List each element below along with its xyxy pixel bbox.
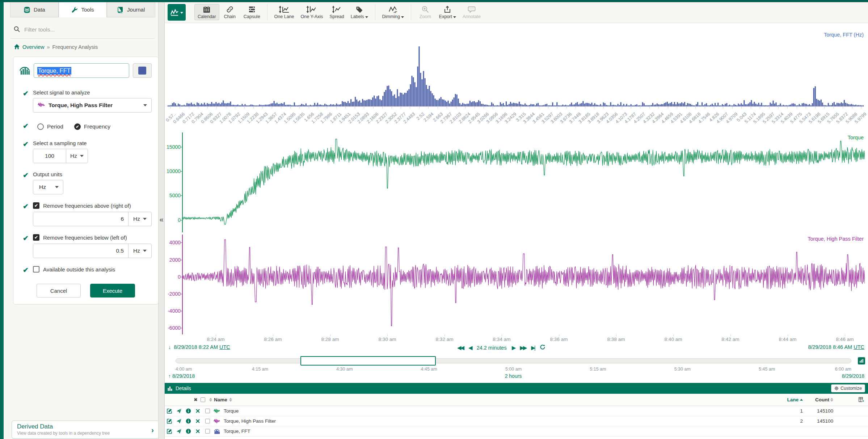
range-end[interactable]: 8/29/2018 8:46 AM UTC [808, 344, 864, 350]
color-swatch-button[interactable] [133, 63, 152, 78]
timeline-date-left[interactable]: ↑ 8/29/2018 [168, 373, 195, 379]
available-outside-checkbox[interactable] [33, 266, 39, 273]
timeline-date-right[interactable]: 8/29/2018 [842, 373, 864, 379]
radio-period-circle[interactable] [37, 123, 44, 130]
sampling-unit-select[interactable]: Hz [66, 149, 88, 163]
view-mode-button[interactable] [168, 4, 186, 21]
execute-button[interactable]: Execute [90, 284, 135, 297]
row-name[interactable]: Torque [224, 408, 785, 414]
timeline-selection-window[interactable] [300, 356, 435, 366]
derived-data-title: Derived Data [17, 423, 154, 430]
range-start[interactable]: 8/29/2018 8:22 AM UTC [174, 344, 230, 350]
table-row[interactable]: Torque, High Pass Filter2145100 [165, 416, 868, 426]
fft-tick [318, 107, 318, 109]
toolbar-spread-button[interactable]: Spread [326, 4, 347, 20]
info-icon[interactable] [184, 408, 193, 414]
sort-icon[interactable] [830, 398, 833, 402]
row-checkbox[interactable] [205, 409, 210, 413]
row-checkbox[interactable] [205, 429, 210, 434]
hpf-y-tick [181, 311, 182, 311]
sort-icon[interactable] [209, 398, 212, 402]
toolbar-export-button[interactable]: Export [436, 4, 459, 20]
cancel-button[interactable]: Cancel [37, 284, 81, 297]
signal-select[interactable]: Torque, High Pass Filter [33, 98, 152, 113]
timezone-link[interactable]: UTC [219, 344, 230, 350]
plane-icon[interactable] [174, 429, 184, 434]
plane-icon[interactable] [174, 408, 184, 414]
remove-below-checkbox[interactable]: ✔ [33, 234, 39, 241]
sampling-rate-input[interactable] [33, 149, 66, 163]
step-check-icon: ✔ [23, 235, 29, 258]
fft-tick [548, 107, 548, 109]
result-name-input[interactable]: Torque, FFT [34, 63, 129, 78]
column-header-name[interactable]: Name [214, 397, 227, 402]
remove-above-checkbox[interactable]: ✔ [33, 202, 39, 209]
derived-data-panel[interactable]: Derived Data View data created by tools … [12, 421, 159, 439]
home-icon[interactable] [14, 44, 20, 51]
bulk-select-checkbox[interactable] [201, 397, 205, 402]
timezone-link[interactable]: UTC [854, 344, 864, 350]
info-icon[interactable] [184, 429, 193, 434]
row-name[interactable]: Torque, High Pass Filter [224, 418, 785, 424]
radio-frequency[interactable]: ✔ Frequency [74, 123, 110, 130]
fft-tick [475, 107, 475, 109]
refresh-icon[interactable] [540, 344, 545, 351]
fft-bar-chart[interactable] [168, 26, 864, 106]
table-row[interactable]: Torque, FFT [165, 426, 868, 436]
bulk-remove-icon[interactable]: ✖ [194, 397, 198, 402]
step-forward-fast-icon[interactable]: ▶▶ [520, 345, 526, 351]
toolbar-one-lane-button[interactable]: One Lane [271, 4, 298, 20]
customize-button[interactable]: Customize [831, 384, 865, 392]
arrow-down-icon[interactable]: ↓ [168, 344, 171, 350]
table-row[interactable]: Torque1145100 [165, 406, 868, 416]
step-back-icon[interactable]: ◀ [468, 345, 472, 351]
tab-tools[interactable]: Tools [59, 2, 107, 17]
edit-icon[interactable] [165, 408, 174, 414]
remove-below-input[interactable] [33, 244, 128, 258]
x-icon[interactable] [193, 429, 202, 434]
tab-journal[interactable]: Journal [107, 2, 155, 17]
edit-icon[interactable] [165, 418, 174, 424]
add-column-icon[interactable] [859, 397, 864, 402]
remove-above-input[interactable] [33, 212, 128, 226]
radio-frequency-circle[interactable]: ✔ [74, 123, 81, 130]
fft-tick [576, 107, 576, 109]
toolbar-one-y-axis-button[interactable]: One Y-Axis [298, 4, 326, 20]
x-icon[interactable] [193, 409, 202, 413]
step-back-fast-icon[interactable]: ◀◀ [457, 345, 463, 351]
toolbar-labels-button[interactable]: Labels [347, 4, 371, 20]
toolbar-capsule-button[interactable]: Capsule [240, 4, 264, 20]
fft-tick [686, 107, 687, 109]
filter-tools-search[interactable] [14, 23, 151, 36]
sort-icon[interactable] [229, 398, 232, 402]
range-duration[interactable]: 24.2 minutes [477, 345, 507, 351]
column-header-count[interactable]: Count [815, 397, 829, 402]
row-checkbox[interactable] [205, 419, 210, 423]
breadcrumb-overview-link[interactable]: Overview [22, 44, 44, 50]
edit-icon[interactable] [165, 429, 174, 434]
x-icon[interactable] [193, 419, 202, 423]
row-name[interactable]: Torque, FFT [224, 429, 785, 434]
step-forward-icon[interactable]: ▶ [512, 345, 515, 351]
timeline-track[interactable] [176, 358, 851, 363]
info-icon[interactable] [184, 418, 193, 424]
fft-chart-title: Torque, FFT (Hz) [824, 32, 864, 38]
radio-period[interactable]: Period [37, 123, 63, 130]
remove-above-unit-select[interactable]: Hz [128, 212, 151, 226]
collapse-sidebar-icon[interactable]: « [158, 0, 165, 439]
filter-tools-input[interactable] [24, 26, 151, 33]
column-header-lane[interactable]: Lane [787, 397, 799, 402]
tab-data[interactable]: Data [10, 2, 59, 17]
torque-line-chart[interactable] [183, 132, 865, 232]
toolbar-dimming-button[interactable]: Dimming [379, 4, 407, 20]
torque-y-tick-label: 10000 [165, 168, 181, 174]
toolbar-calendar-button[interactable]: Calendar [194, 4, 219, 20]
remove-below-unit-select[interactable]: Hz [128, 244, 151, 258]
timeline-chart-icon[interactable] [858, 357, 865, 364]
step-to-end-icon[interactable]: ▶| [531, 345, 534, 351]
plane-icon[interactable] [174, 418, 184, 424]
toolbar-chain-button[interactable]: Chain [219, 4, 240, 20]
time-axis-label: 8:26 am [264, 337, 282, 342]
output-units-select[interactable]: Hz [33, 180, 63, 194]
hpf-line-chart[interactable] [183, 235, 865, 334]
